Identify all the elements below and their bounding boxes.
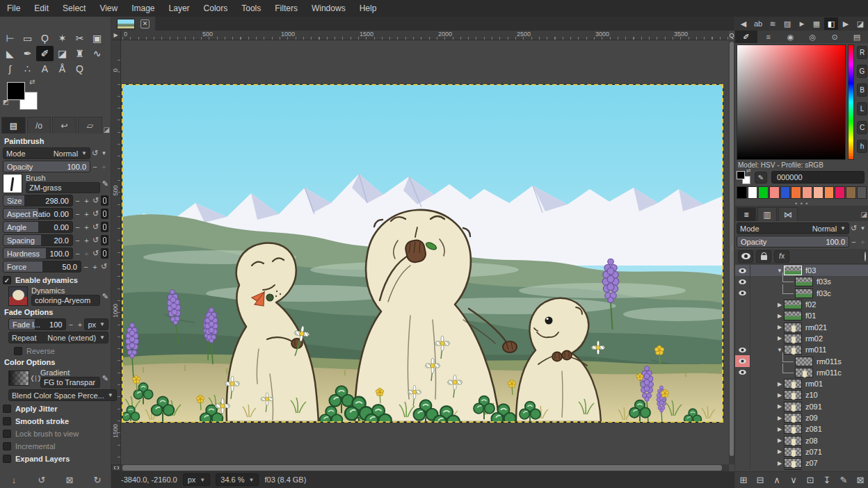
layer-thumbnail[interactable] [795,357,813,366]
lock-pixels-button[interactable] [756,250,771,263]
channel-button-L[interactable]: L [857,102,867,115]
layer-row-f03c[interactable]: f03c [735,288,868,299]
color-swatch[interactable] [769,186,780,199]
layer-name[interactable]: rm011s [817,357,842,366]
link-to-brush-icon[interactable] [101,195,108,206]
airbrush-tool[interactable]: ∴ [19,61,36,76]
decrease-button[interactable]: − [73,222,82,232]
color-swatch[interactable] [791,186,801,199]
opacity-slider[interactable]: Opacity 100.0 [3,161,90,172]
smooth-stroke-checkbox[interactable] [3,417,11,425]
tab-channels[interactable]: ▥ [757,207,777,221]
canvas-viewport[interactable] [121,40,729,464]
bucket-fill-tool[interactable]: ◣ [1,46,19,61]
decrease-button[interactable]: − [73,235,82,245]
link-to-brush-icon[interactable] [101,209,108,219]
tab-tool-options[interactable]: ▤ [1,117,26,133]
layer-thumbnail[interactable] [784,424,802,434]
aspect-ratio-slider[interactable]: Aspect Ratio0.00 [3,208,73,220]
layer-row-z09[interactable]: ▶z09 [735,412,868,423]
tab-images[interactable]: ▱ [78,117,102,133]
layer-thumbnail[interactable] [784,311,802,320]
tab-undo-history[interactable]: ↩ [52,117,77,133]
dynamics-name-field[interactable]: coloring-Aryeom [31,295,100,306]
free-select-tool[interactable]: Ϙ [36,31,54,46]
hex-color-input[interactable]: 000000 [771,171,865,184]
new-group-button[interactable]: ⊟ [753,475,767,485]
reset-button[interactable]: ↺ [91,195,100,206]
visibility-toggle[interactable] [735,344,750,355]
enable-dynamics-row[interactable]: ✓ Enable dynamics [3,274,108,286]
horizontal-ruler[interactable]: 0500100015002000250030003500 [121,31,729,40]
dynamics-thumbnail[interactable] [8,286,28,306]
layer-thumbnail[interactable] [784,379,802,389]
expander-icon[interactable]: ▶ [775,335,784,341]
fg-bg-mini-widget[interactable]: ⇄ [737,171,753,186]
dock-scroll-right[interactable]: ▶ [839,17,853,30]
tab-layers[interactable]: ≡ [737,207,756,221]
hue-strip[interactable] [848,44,854,160]
restore-tool-preset-button[interactable]: ↺ [34,475,49,485]
layer-thumbnail[interactable] [784,447,802,457]
alignment-tool[interactable]: ⊢ [1,31,19,46]
paths-tool[interactable]: ∫ [1,61,19,76]
color-swatch[interactable] [835,186,845,199]
channel-button-B[interactable]: B [857,83,867,97]
expand-layers-checkbox[interactable] [3,455,11,463]
visibility-toggle[interactable] [735,469,750,470]
repeat-dropdown[interactable]: Repeat None (extend) ▼ [8,332,108,343]
expand-layers-row[interactable]: Expand Layers [3,453,108,464]
size-slider[interactable]: Size298.00 [3,195,73,206]
channel-button-h[interactable]: h [857,140,867,153]
angle-slider[interactable]: Angle0.00 [3,221,73,233]
paint-mode-dropdown[interactable]: Mode Normal ▼ [3,147,90,159]
layer-thumbnail[interactable] [795,368,813,377]
expander-icon[interactable]: ▶ [775,313,784,319]
reset-button[interactable]: ↺ [91,222,100,232]
layer-name[interactable]: rm021 [805,323,827,332]
crop-tool[interactable]: ✂ [71,31,88,46]
increase-button[interactable]: + [82,222,91,232]
ruler-corner-menu-button[interactable]: ▶ [111,31,121,40]
visibility-toggle[interactable] [735,378,750,389]
measure-tool[interactable]: Å [54,61,71,76]
layer-row-z07[interactable]: ▶z07 [735,457,868,469]
horizontal-scrollbar-thumb[interactable] [122,465,722,471]
dock-menu[interactable]: ◪ [853,17,867,30]
tab-device-status[interactable]: /o [27,117,51,133]
channel-button-C[interactable]: C [857,121,867,134]
expander-icon[interactable]: ▶ [775,392,784,398]
eraser-tool[interactable]: ◪ [54,46,71,61]
layer-row-z071[interactable]: ▶z071 [735,446,868,457]
color-swatch[interactable] [846,186,856,199]
fade-increase-button[interactable]: + [75,319,84,330]
smudge-tool[interactable]: ∿ [88,46,106,61]
color-tab-scales[interactable]: ▤ [846,31,868,43]
decrease-button[interactable]: − [73,195,82,206]
layer-thumbnail[interactable] [784,390,802,400]
reverse-row[interactable]: Reverse [14,345,108,357]
menu-tools[interactable]: Tools [234,0,268,17]
link-to-brush-icon[interactable] [101,222,108,232]
layer-name[interactable]: z081 [805,425,822,433]
layers-tab-menu[interactable]: ◪ [861,211,867,218]
tab-patterns[interactable]: ▦ [810,17,823,30]
color-tab-cmyk[interactable]: ≡ [757,31,780,43]
decrease-button[interactable]: − [81,261,90,272]
menu-file[interactable]: File [0,0,27,17]
menu-layer[interactable]: Layer [162,0,197,17]
color-tab-watercolor[interactable]: ◉ [780,31,802,43]
apply-jitter-checkbox[interactable] [3,405,11,413]
layer-row-rm02[interactable]: ▶rm02 [735,333,868,344]
visibility-toggle[interactable] [735,367,750,378]
lower-layer-button[interactable]: ∨ [787,475,801,485]
increase-button[interactable]: + [82,248,91,259]
lock-brush-to-view-checkbox[interactable] [3,430,11,438]
expander-icon[interactable]: ▶ [775,403,784,409]
layer-row-z10[interactable]: ▶z10 [735,389,868,400]
expander-icon[interactable]: ▶ [775,415,784,421]
lock-alpha-button[interactable]: fx [774,250,789,263]
visibility-toggle[interactable] [735,321,750,332]
layer-thumbnail[interactable] [784,323,802,332]
unit-dropdown[interactable]: px ▼ [183,473,211,486]
